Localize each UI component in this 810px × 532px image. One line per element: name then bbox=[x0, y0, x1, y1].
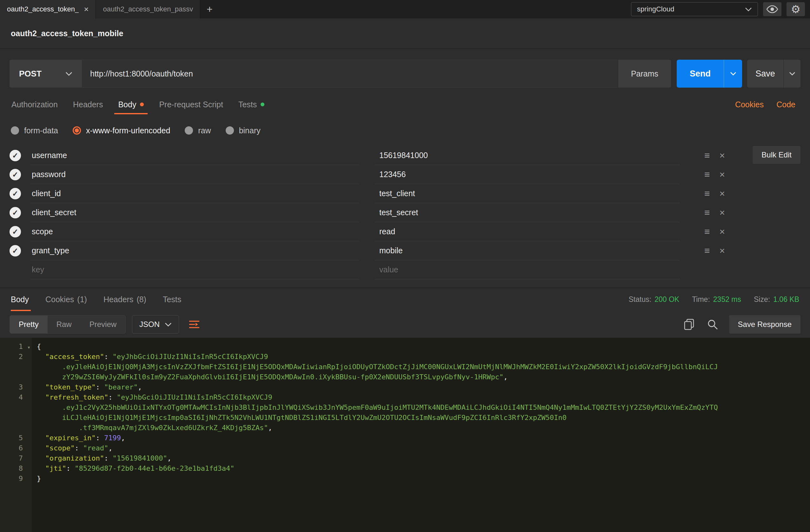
column-gap bbox=[359, 184, 375, 203]
param-checkbox[interactable]: ✓ bbox=[10, 165, 31, 184]
drag-handle-icon[interactable]: ≡ bbox=[704, 170, 710, 179]
drag-handle-icon[interactable]: ≡ bbox=[704, 151, 710, 160]
delete-row-icon[interactable]: × bbox=[719, 246, 725, 256]
search-response-button[interactable] bbox=[706, 318, 719, 332]
param-key-input[interactable]: scope bbox=[31, 222, 359, 241]
preview-button[interactable]: Preview bbox=[81, 316, 125, 333]
status-value: 200 OK bbox=[654, 295, 679, 304]
param-value: read bbox=[379, 227, 395, 236]
send-options-button[interactable] bbox=[724, 60, 742, 87]
code-line: .eyJ1c2VyX25hbWUiOiIxNTYxOTg0MTAwMCIsInN… bbox=[0, 403, 810, 413]
fold-caret-icon[interactable]: ▾ bbox=[27, 342, 31, 352]
copy-response-button[interactable] bbox=[682, 318, 696, 332]
close-tab-icon[interactable]: × bbox=[84, 5, 88, 13]
drag-handle-icon[interactable]: ≡ bbox=[704, 189, 710, 198]
tab-authorization[interactable]: Authorization bbox=[4, 95, 65, 114]
param-value-input[interactable]: 123456 bbox=[375, 165, 680, 184]
radio-x-www-form-urlencoded[interactable]: x-www-form-urlencoded bbox=[73, 126, 170, 135]
param-value-input[interactable]: 15619841000 bbox=[375, 146, 680, 165]
radio-raw[interactable]: raw bbox=[185, 126, 211, 135]
tab-label: oauth2_access_token_passv bbox=[103, 5, 193, 13]
save-options-button[interactable] bbox=[783, 60, 800, 87]
tab-bar-right: springCloud ⚙ bbox=[631, 0, 810, 18]
param-checkbox[interactable]: ✓ bbox=[10, 222, 31, 241]
param-checkbox[interactable]: ✓ bbox=[10, 203, 31, 222]
response-tab-cookies[interactable]: Cookies (1) bbox=[37, 288, 95, 311]
line-number: 1▾ bbox=[0, 341, 32, 352]
wrap-lines-button[interactable] bbox=[185, 316, 203, 333]
size-label: Size: bbox=[754, 295, 770, 304]
request-tab-inactive[interactable]: oauth2_access_token_passv bbox=[96, 0, 200, 18]
bulk-edit-button[interactable]: Bulk Edit bbox=[752, 146, 800, 164]
send-button[interactable]: Send bbox=[677, 60, 724, 87]
method-value: POST bbox=[19, 69, 42, 79]
param-row: ✓ grant_type mobile ≡× bbox=[10, 241, 728, 260]
code-text: "expires_in": 7199, bbox=[32, 433, 125, 443]
line-number bbox=[0, 372, 32, 382]
drag-handle-icon[interactable]: ≡ bbox=[704, 227, 710, 237]
param-value-input[interactable]: test_secret bbox=[375, 203, 680, 222]
tab-body[interactable]: Body bbox=[111, 95, 151, 114]
line-number bbox=[0, 423, 32, 433]
param-checkbox[interactable]: ✓ bbox=[10, 184, 31, 203]
code-link[interactable]: Code bbox=[776, 100, 795, 109]
code-line: 5 "expires_in": 7199, bbox=[0, 433, 810, 443]
method-select[interactable]: POST bbox=[10, 60, 82, 87]
environment-selector[interactable]: springCloud bbox=[631, 2, 758, 16]
environment-quick-look-button[interactable] bbox=[763, 2, 781, 16]
delete-row-icon[interactable]: × bbox=[719, 208, 725, 217]
request-tab-active[interactable]: oauth2_access_token_ × bbox=[0, 0, 96, 18]
param-key: scope bbox=[32, 227, 53, 236]
param-key-input[interactable]: grant_type bbox=[31, 241, 359, 260]
request-links: Cookies Code bbox=[735, 95, 806, 114]
tab-tests[interactable]: Tests bbox=[231, 95, 272, 114]
param-checkbox[interactable]: ✓ bbox=[10, 241, 31, 260]
format-select[interactable]: JSON bbox=[132, 315, 179, 334]
param-checkbox[interactable]: ✓ bbox=[10, 146, 31, 165]
drag-handle-icon[interactable]: ≡ bbox=[704, 208, 710, 217]
tab-label: Cookies bbox=[45, 295, 74, 304]
radio-binary[interactable]: binary bbox=[226, 126, 261, 135]
delete-row-icon[interactable]: × bbox=[719, 170, 725, 179]
save-button[interactable]: Save bbox=[747, 60, 783, 87]
environment-name: springCloud bbox=[637, 5, 674, 13]
param-value-input[interactable]: test_client bbox=[375, 184, 680, 203]
param-value-input[interactable]: read bbox=[375, 222, 680, 241]
params-button[interactable]: Params bbox=[618, 60, 671, 87]
tab-label: Body bbox=[11, 295, 29, 304]
response-tab-body[interactable]: Body bbox=[11, 288, 37, 311]
param-key-input[interactable]: password bbox=[31, 165, 359, 184]
code-line: zY29wZSI6WyJyZWFkIl0sIm9yZ2FuaXphdGlvbiI… bbox=[0, 372, 810, 382]
code-line: 3 "token_type": "bearer", bbox=[0, 382, 810, 392]
param-key-input[interactable]: client_secret bbox=[31, 203, 359, 222]
radio-form-data[interactable]: form-data bbox=[11, 126, 58, 135]
param-value-input[interactable]: mobile bbox=[375, 241, 680, 260]
settings-button[interactable]: ⚙ bbox=[787, 2, 805, 16]
drag-handle-icon[interactable]: ≡ bbox=[704, 246, 710, 256]
cookies-link[interactable]: Cookies bbox=[735, 100, 764, 109]
response-tab-headers[interactable]: Headers (8) bbox=[95, 288, 155, 311]
param-key-input[interactable]: key bbox=[31, 260, 359, 279]
pretty-button[interactable]: Pretty bbox=[10, 316, 48, 333]
delete-row-icon[interactable]: × bbox=[719, 151, 725, 160]
url-input[interactable]: http://host1:8000/oauth/token bbox=[82, 60, 618, 87]
delete-row-icon[interactable]: × bbox=[719, 227, 725, 237]
param-key-input[interactable]: client_id bbox=[31, 184, 359, 203]
new-tab-button[interactable]: + bbox=[200, 0, 219, 18]
tab-pre-request-script[interactable]: Pre-request Script bbox=[151, 95, 230, 114]
tab-headers[interactable]: Headers bbox=[65, 95, 111, 114]
delete-row-icon[interactable]: × bbox=[719, 189, 725, 198]
param-value-input[interactable]: value bbox=[375, 260, 680, 279]
line-number bbox=[0, 362, 32, 372]
line-number bbox=[0, 413, 32, 423]
code-text: .eyJ1c2VyX25hbWUiOiIxNTYxOTg0MTAwMCIsInN… bbox=[32, 403, 718, 413]
param-key-input[interactable]: username bbox=[31, 146, 359, 165]
save-response-button[interactable]: Save Response bbox=[729, 315, 800, 334]
tab-label: Body bbox=[118, 100, 136, 109]
response-body-code[interactable]: 1▾{2 "access_token": "eyJhbGciOiJIUzI1Ni… bbox=[0, 338, 810, 532]
raw-button[interactable]: Raw bbox=[48, 316, 81, 333]
param-row: ✓ client_secret test_secret ≡× bbox=[10, 203, 728, 222]
code-line: 9} bbox=[0, 473, 810, 484]
response-tab-tests[interactable]: Tests bbox=[155, 288, 190, 311]
chevron-down-icon bbox=[65, 72, 72, 76]
